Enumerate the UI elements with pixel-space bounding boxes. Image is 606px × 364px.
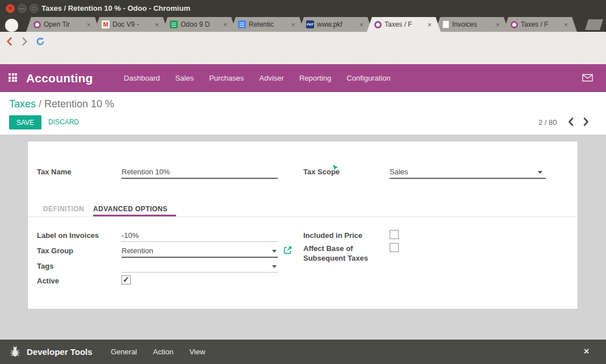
- chevron-down-icon[interactable]: [272, 265, 277, 268]
- breadcrumb-current: Retention 10 %: [44, 98, 114, 110]
- back-button[interactable]: [3, 35, 16, 48]
- tab-close-icon[interactable]: ×: [427, 21, 432, 28]
- gmail-icon: M: [102, 20, 110, 28]
- chevron-down-icon[interactable]: [538, 171, 542, 174]
- browser-tab[interactable]: PKF www.pkf ×: [299, 17, 373, 32]
- menu-purchases[interactable]: Purchases: [209, 74, 244, 82]
- tab-close-icon[interactable]: ×: [563, 21, 568, 28]
- pager-value: 2 / 80: [538, 118, 557, 127]
- page-icon: [442, 20, 449, 28]
- devtools-menu-view[interactable]: View: [189, 348, 205, 356]
- bug-icon: [9, 346, 21, 358]
- odoo-icon: [34, 21, 41, 28]
- included-in-price-label: Included in Price: [303, 231, 362, 240]
- odoo-navbar: Accounting Dashboard Sales Purchases Adv…: [0, 64, 606, 92]
- active-checkbox[interactable]: [122, 275, 131, 284]
- reload-icon: [35, 36, 45, 47]
- chevron-down-icon[interactable]: [272, 250, 277, 253]
- maximize-icon: □: [30, 5, 38, 12]
- browser-tab[interactable]: Taxes / F ×: [503, 17, 577, 32]
- browser-tab[interactable]: Retentic ×: [231, 17, 304, 32]
- tags-label: Tags: [37, 262, 53, 270]
- pkf-icon: PKF: [306, 20, 314, 28]
- odoo-icon: [374, 21, 382, 28]
- affect-base-label-line2: Subsequent Taxes: [303, 254, 368, 262]
- tab-close-icon[interactable]: ×: [495, 21, 500, 28]
- tab-close-icon[interactable]: ×: [223, 21, 227, 28]
- devtools-title: Developer Tools: [27, 340, 93, 364]
- control-panel: Taxes / Retention 10 % SAVE DISCARD 2 / …: [0, 92, 606, 135]
- menu-configuration[interactable]: Configuration: [346, 74, 390, 82]
- close-icon: ✕: [6, 5, 14, 12]
- chevron-left-icon[interactable]: [567, 117, 574, 127]
- affect-base-label: Affect Base of: [303, 244, 353, 253]
- minimize-icon: —: [18, 5, 26, 12]
- browser-tab-active[interactable]: Taxes / F ×: [367, 17, 441, 32]
- tab-advanced-options[interactable]: ADVANCED OPTIONS: [93, 205, 168, 213]
- sheets-icon: [170, 20, 178, 28]
- browser-tab[interactable]: Open Tir ×: [26, 17, 100, 32]
- devtools-menu-action[interactable]: Action: [153, 348, 173, 356]
- active-label: Active: [37, 277, 59, 285]
- breadcrumb-taxes-link[interactable]: Taxes: [9, 98, 36, 110]
- discard-button[interactable]: DISCARD: [48, 115, 79, 129]
- affect-base-checkbox[interactable]: [390, 243, 399, 252]
- browser-tab[interactable]: M Doc V9 - ×: [94, 17, 168, 32]
- person-icon[interactable]: [5, 19, 18, 32]
- window-minimize-button[interactable]: —: [18, 4, 27, 13]
- reload-button[interactable]: [34, 35, 47, 48]
- label-on-invoices-input[interactable]: -10%: [122, 231, 139, 240]
- tab-close-icon[interactable]: ×: [359, 21, 363, 28]
- odoo-icon: [511, 21, 518, 28]
- tax-scope-select[interactable]: Sales: [390, 168, 408, 176]
- menu-adviser[interactable]: Adviser: [260, 74, 284, 82]
- app-name[interactable]: Accounting: [26, 64, 93, 92]
- browser-tab[interactable]: Invoices ×: [435, 17, 509, 32]
- menu-reporting[interactable]: Reporting: [299, 74, 331, 82]
- tab-close-icon[interactable]: ×: [291, 21, 295, 28]
- new-tab-button[interactable]: [585, 19, 603, 30]
- browser-toolbar: localhost:8069/web?debug#id=438&view_typ…: [0, 32, 606, 64]
- devtools-bar: Developer Tools General Action View ×: [0, 340, 606, 364]
- apps-grid-icon[interactable]: [9, 73, 17, 82]
- save-button[interactable]: SAVE: [9, 115, 41, 129]
- tab-definition[interactable]: DEFINITION: [43, 205, 84, 213]
- forward-button[interactable]: [18, 35, 31, 48]
- menu-dashboard[interactable]: Dashboard: [124, 74, 160, 82]
- tax-name-input[interactable]: Retention 10%: [122, 168, 170, 176]
- label-on-invoices-label: Label on Invoices: [37, 231, 99, 240]
- browser-tab[interactable]: Odoo 9 D ×: [162, 17, 236, 32]
- included-in-price-checkbox[interactable]: [390, 230, 399, 239]
- forward-arrow-icon: [19, 36, 30, 47]
- tax-name-label: Tax Name: [37, 168, 71, 176]
- chevron-right-icon[interactable]: [583, 117, 590, 127]
- back-arrow-icon: [5, 36, 15, 47]
- tax-group-label: Tax Group: [37, 246, 73, 255]
- mouse-cursor: [332, 164, 339, 172]
- window-maximize-button[interactable]: □: [30, 4, 39, 13]
- envelope-icon[interactable]: [582, 74, 593, 82]
- devtools-close-button[interactable]: ×: [584, 340, 589, 363]
- window-close-button[interactable]: ✕: [6, 4, 15, 13]
- menu-sales[interactable]: Sales: [175, 74, 194, 82]
- tab-close-icon[interactable]: ×: [86, 21, 91, 28]
- tab-close-icon[interactable]: ×: [154, 21, 159, 28]
- devtools-menu-general[interactable]: General: [111, 348, 137, 356]
- window-title: Taxes / Retention 10 % - Odoo - Chromium: [41, 0, 190, 17]
- form-sheet: Tax Name Retention 10% Tax Scope Sales D…: [27, 141, 578, 309]
- tax-group-select[interactable]: Retention: [122, 246, 153, 255]
- breadcrumb: Taxes / Retention 10 %: [9, 98, 114, 110]
- external-link-icon[interactable]: [283, 246, 292, 254]
- docs-icon: [238, 20, 246, 28]
- browser-tabstrip: Open Tir × M Doc V9 - × Odoo 9 D × Reten…: [0, 17, 606, 32]
- window-titlebar: ✕ — □ Taxes / Retention 10 % - Odoo - Ch…: [0, 0, 606, 17]
